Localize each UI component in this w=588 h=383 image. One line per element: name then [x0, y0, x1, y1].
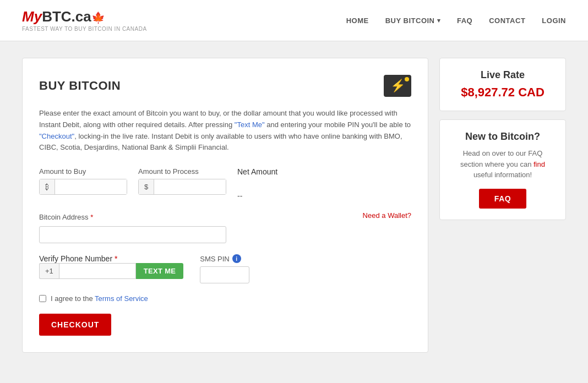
sms-pin-label: SMS PIN i [200, 254, 249, 263]
amount-to-buy-input-wrapper: ₿ [39, 179, 127, 195]
amount-to-process-input[interactable] [154, 179, 226, 194]
dollar-prefix-icon: $ [139, 179, 154, 194]
left-panel: BUY BITCOIN Please enter the exact amoun… [22, 58, 428, 353]
faq-button[interactable]: FAQ [479, 189, 526, 209]
nav-home[interactable]: HOME [346, 14, 369, 28]
logo-my: My [22, 8, 42, 25]
net-amount-label: Net Amount [237, 167, 277, 176]
phone-input-row: +1 TEXT ME [39, 263, 183, 279]
maple-leaf-icon: 🍁 [91, 12, 105, 24]
terms-of-service-link[interactable]: Terms of Service [95, 294, 148, 303]
logo-ca: .ca [72, 8, 91, 25]
nav-contact[interactable]: CONTACT [489, 14, 525, 28]
net-amount-value: -- [237, 192, 277, 200]
phone-row: Verify Phone Number * +1 TEXT ME SMS PIN… [39, 254, 411, 283]
logo-btc: BTC [42, 8, 71, 25]
bitcoin-address-row: Bitcoin Address * Need a Wallet? [39, 211, 411, 243]
bitcoin-address-label-text: Bitcoin Address [39, 213, 89, 221]
nav: HOME BUY BITCOIN FAQ CONTACT LOGIN [346, 14, 566, 28]
phone-prefix: +1 [39, 263, 59, 279]
need-wallet-link[interactable]: Need a Wallet? [363, 211, 411, 220]
bitcoin-address-label: Bitcoin Address * [39, 213, 93, 221]
amount-row: Amount to Buy ₿ Amount to Process $ Net … [39, 167, 411, 200]
new-bitcoin-card: New to Bitcoin? Head on over to our FAQ … [439, 119, 566, 220]
nav-faq[interactable]: FAQ [457, 14, 472, 28]
bitcoin-address-required: * [90, 213, 93, 221]
verify-phone-label-text: Verify Phone Number [39, 254, 112, 263]
btc-prefix-icon: ₿ [40, 179, 55, 194]
amount-to-process-group: Amount to Process $ [138, 167, 226, 195]
buy-bitcoin-title: BUY BITCOIN [39, 79, 121, 93]
description-text: Please enter the exact amount of Bitcoin… [39, 108, 411, 154]
amount-to-process-label: Amount to Process [138, 167, 226, 176]
new-bitcoin-title: New to Bitcoin? [451, 131, 554, 143]
bitcoin-address-header: Bitcoin Address * Need a Wallet? [39, 211, 411, 223]
terms-checkbox[interactable] [39, 295, 46, 302]
text-me-link[interactable]: "Text Me" [235, 121, 265, 129]
right-panel: Live Rate $8,927.72 CAD New to Bitcoin? … [439, 58, 566, 353]
new-bitcoin-desc1: Head on over to our FAQ section where yo… [460, 149, 542, 168]
new-bitcoin-description: Head on over to our FAQ section where yo… [451, 148, 554, 180]
lightning-dot [405, 77, 409, 81]
terms-label: I agree to the Terms of Service [51, 294, 148, 303]
header: MyBTC.ca🍁 FASTEST WAY TO BUY BITCOIN IN … [0, 0, 588, 41]
amount-to-process-input-wrapper: $ [138, 179, 226, 195]
live-rate-card: Live Rate $8,927.72 CAD [439, 58, 566, 111]
sms-pin-group: SMS PIN i [200, 254, 249, 283]
terms-row: I agree to the Terms of Service [39, 294, 411, 303]
logo-tagline: FASTEST WAY TO BUY BITCOIN IN CANADA [22, 26, 147, 32]
text-me-button[interactable]: TEXT ME [136, 263, 183, 279]
amount-to-buy-input[interactable] [55, 179, 127, 194]
verify-phone-required: * [115, 254, 117, 263]
new-bitcoin-desc2: useful information! [473, 171, 532, 179]
terms-text: I agree to the [51, 294, 93, 303]
checkout-link[interactable]: "Checkout" [39, 132, 74, 140]
net-amount-group: Net Amount -- [237, 167, 277, 200]
bitcoin-address-input[interactable] [39, 226, 226, 243]
live-rate-value: $8,927.72 CAD [451, 85, 554, 100]
info-icon[interactable]: i [232, 254, 241, 263]
phone-number-input[interactable] [59, 263, 136, 279]
live-rate-title: Live Rate [451, 69, 554, 81]
nav-buy-bitcoin[interactable]: BUY BITCOIN [385, 14, 440, 28]
new-bitcoin-highlight: find [533, 160, 545, 168]
buy-bitcoin-header: BUY BITCOIN [39, 75, 411, 97]
sms-pin-input[interactable] [200, 266, 249, 283]
main-content: BUY BITCOIN Please enter the exact amoun… [0, 41, 588, 369]
logo: MyBTC.ca🍁 [22, 9, 147, 25]
amount-to-buy-group: Amount to Buy ₿ [39, 167, 127, 195]
amount-to-buy-label: Amount to Buy [39, 167, 127, 176]
phone-group: Verify Phone Number * +1 TEXT ME [39, 254, 183, 279]
verify-phone-label: Verify Phone Number * [39, 254, 183, 263]
logo-area: MyBTC.ca🍁 FASTEST WAY TO BUY BITCOIN IN … [22, 9, 147, 32]
sms-pin-label-text: SMS PIN [200, 255, 229, 263]
lightning-bolt-icon [384, 75, 411, 97]
checkout-button[interactable]: CHECKOUT [39, 314, 111, 336]
nav-login[interactable]: LOGIN [542, 14, 566, 28]
